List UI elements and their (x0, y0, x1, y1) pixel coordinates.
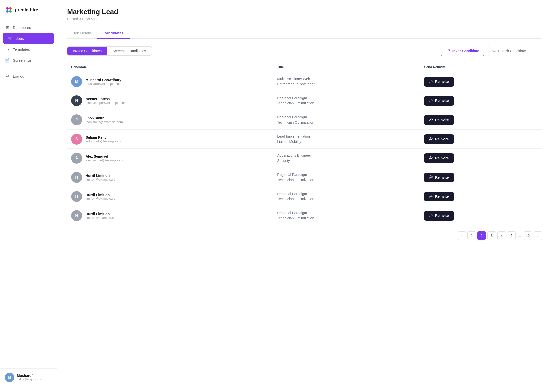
candidate-cell-1: M Musharof Chowdhury musharof@example.co… (67, 72, 273, 91)
sidebar-item-dashboard[interactable]: ⊞ Dashboard (0, 22, 57, 33)
avatar: N (71, 95, 82, 106)
svg-point-12 (430, 99, 431, 100)
header-actions: Invite Candidate (441, 46, 542, 56)
candidate-title: Regional ParadigmTechnician Optimization (277, 173, 314, 182)
reinvite-button[interactable]: Reinvite (424, 115, 454, 125)
svg-point-9 (430, 80, 431, 81)
tab-invited-candidates[interactable]: Invited Candidates (67, 47, 107, 55)
table-header: Candidate Title Send Reinvite (67, 62, 542, 72)
logo-icon (5, 6, 13, 14)
avatar: H (71, 172, 82, 183)
svg-point-24 (430, 176, 431, 177)
reinvite-label: Reinvite (435, 195, 449, 198)
reinvite-button[interactable]: Reinvite (424, 77, 454, 87)
reinvite-label: Reinvite (435, 156, 449, 160)
main-content: Marketing Lead Posted 3 Days Ago Job Det… (57, 0, 552, 392)
sidebar-item-screenings[interactable]: 📄 Screenings (0, 55, 57, 66)
svg-point-1 (9, 7, 12, 10)
reinvite-button[interactable]: Reinvite (424, 173, 454, 182)
content-area: Marketing Lead Posted 3 Days Ago Job Det… (57, 0, 552, 392)
candidate-email: suliym.info@example.com (86, 139, 123, 143)
reinvite-button[interactable]: Reinvite (424, 211, 454, 221)
pagination-ellipsis: ... (517, 234, 522, 238)
reinvite-label: Reinvite (435, 214, 449, 218)
sidebar-item-jobs[interactable]: 🛒 Jobs (3, 33, 54, 44)
tab-screened-candidates[interactable]: Screened Candidates (107, 47, 152, 55)
action-cell-1: Reinvite (420, 72, 542, 91)
footer-user-email: hello@tailgrids.com (17, 378, 43, 381)
footer-user-info: Musharof hello@tailgrids.com (17, 374, 43, 381)
sidebar-item-templates[interactable]: ⏱ Templates (0, 44, 57, 55)
search-input[interactable] (498, 49, 538, 53)
reinvite-button[interactable]: Reinvite (424, 134, 454, 144)
sidebar-item-label: Dashboard (13, 25, 31, 30)
candidate-name: Musharof Chowdhury (86, 78, 122, 82)
logout-icon: ↩ (5, 74, 10, 79)
action-cell-3: Reinvite (420, 110, 542, 130)
sidebar-item-label: Screenings (13, 58, 32, 62)
reinvite-label: Reinvite (435, 137, 449, 141)
table-body: M Musharof Chowdhury musharof@example.co… (67, 72, 542, 225)
pagination-prev[interactable]: ‹ (458, 231, 466, 240)
candidate-cell-8: H Humil Limition limition@example.com (67, 206, 273, 225)
col-candidate: Candidate (67, 62, 273, 72)
avatar: M (5, 373, 14, 382)
candidate-email: limition@example.com (86, 216, 118, 220)
reinvite-button[interactable]: Reinvite (424, 96, 454, 106)
candidate-email: jhon.smith@example.com (86, 120, 123, 124)
invite-icon (446, 48, 450, 53)
sidebar: predicthire ⊞ Dashboard 🛒 Jobs ⏱ Templat… (0, 0, 57, 392)
table-row: J Jhon Smith jhon.smith@example.com Regi… (67, 110, 542, 130)
pagination-page-3[interactable]: 3 (487, 231, 496, 240)
candidate-cell-3: J Jhon Smith jhon.smith@example.com (67, 110, 273, 130)
reinvite-icon (429, 156, 433, 161)
reinvite-label: Reinvite (435, 80, 449, 84)
col-action: Send Reinvite (420, 62, 542, 72)
candidate-title: Regional ParadigmTechnician Optimization (277, 115, 314, 124)
pagination-page-1[interactable]: 1 (467, 231, 476, 240)
candidate-name: Jhon Smith (86, 116, 123, 120)
tab-job-details[interactable]: Job Details (67, 28, 97, 39)
table-row: H Humil Limition limition@example.com Re… (67, 168, 542, 187)
title-cell-5: Applications EngineerSecurity (273, 149, 420, 168)
candidate-email: limition@example.com (86, 178, 118, 181)
tab-candidates[interactable]: Candidates (97, 28, 130, 39)
action-cell-2: Reinvite (420, 91, 542, 110)
candidate-name: Sulium Keliym (86, 135, 123, 139)
action-cell-7: Reinvite (420, 187, 542, 206)
candidate-email: loffes.cooper@example.com (86, 101, 127, 105)
reinvite-button[interactable]: Reinvite (424, 153, 454, 163)
page-subtitle: Posted 3 Days Ago (67, 17, 542, 21)
title-cell-3: Regional ParadigmTechnician Optimization (273, 110, 420, 130)
candidate-title: Lead ImplementationLiaison Mobility (277, 134, 310, 144)
avatar: J (71, 114, 82, 125)
candidate-cell-6: H Humil Limition limition@example.com (67, 168, 273, 187)
candidate-cell-4: S Sulium Keliym suliym.info@example.com (67, 130, 273, 149)
pagination: ‹ 1 2 3 4 5 ... 12 › (67, 225, 542, 242)
svg-line-8 (495, 51, 496, 52)
candidate-title: Regional ParadigmTechnician Optimization (277, 96, 314, 105)
pagination-page-12[interactable]: 12 (524, 231, 532, 240)
candidate-name: Humil Limition (86, 193, 118, 197)
pagination-page-5[interactable]: 5 (507, 231, 516, 240)
candidate-name: Humil Limition (86, 212, 118, 216)
top-tabs: Job Details Candidates (67, 28, 542, 39)
sidebar-item-logout[interactable]: ↩ Log out (0, 71, 57, 82)
avatar: A (71, 153, 82, 164)
pagination-page-2[interactable]: 2 (477, 231, 486, 240)
search-box[interactable] (488, 46, 542, 56)
reinvite-button[interactable]: Reinvite (424, 192, 454, 201)
title-cell-1: Multidisciplinary WebEntrepreneur Develo… (273, 72, 420, 91)
pagination-page-4[interactable]: 4 (497, 231, 506, 240)
candidate-cell-7: H Humil Limition limition@example.com (67, 187, 273, 206)
candidate-title: Regional ParadigmTechnician Optimization (277, 211, 314, 220)
invite-candidate-button[interactable]: Invite Candidate (441, 46, 484, 56)
action-cell-4: Reinvite (420, 130, 542, 149)
candidate-email: limition@example.com (86, 197, 118, 200)
candidate-cell-2: N Nenifer Lofess loffes.cooper@example.c… (67, 91, 273, 110)
table-row: N Nenifer Lofess loffes.cooper@example.c… (67, 91, 542, 110)
avatar: M (71, 76, 82, 87)
pagination-next[interactable]: › (534, 231, 542, 240)
svg-point-4 (447, 49, 448, 50)
reinvite-icon (429, 137, 433, 142)
